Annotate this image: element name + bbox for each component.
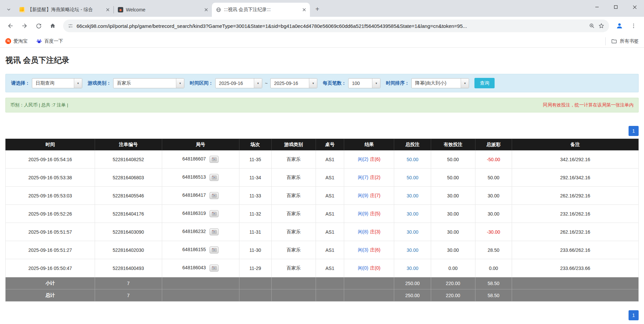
cell-bet-id: 522816406803: [95, 169, 162, 187]
cell-total-bet[interactable]: 30.00: [394, 187, 431, 205]
cell-total-bet[interactable]: 30.00: [394, 223, 431, 241]
subtotal-payout: 58.50: [475, 277, 512, 289]
bookmark-baidu[interactable]: 百度一下: [36, 38, 63, 44]
chevron-down-icon[interactable]: ▾: [254, 79, 262, 88]
empty-cell: [316, 277, 344, 289]
round-number: 648186043: [182, 265, 206, 270]
home-icon[interactable]: [46, 19, 59, 32]
result-player: 闲(2): [358, 156, 368, 162]
url-bar[interactable]: 66cxkj98.com/ipl/portal.php/game/betreco…: [63, 19, 609, 32]
cell-valid-bet: 30.00: [431, 241, 475, 259]
cell-remark: 233.66/233.66: [512, 259, 638, 277]
cell-total-bet[interactable]: 30.00: [394, 205, 431, 223]
bookmark-star-icon[interactable]: [598, 23, 604, 29]
tab-close-icon[interactable]: [203, 7, 209, 13]
chevron-down-icon[interactable]: [4, 5, 13, 14]
subtotal-total-bet: 250.00: [394, 277, 431, 289]
chevron-down-icon[interactable]: ▾: [74, 79, 82, 88]
cell-total-bet[interactable]: 30.00: [394, 259, 431, 277]
tab-strip: 【新提醒】海燕策略论坛 - 综合 Welcome :::视讯 会员下注纪录:::…: [0, 0, 644, 17]
sort-order-select[interactable]: 降幂(由大到小) ▾: [411, 78, 469, 88]
browser-toolbar: 66cxkj98.com/ipl/portal.php/game/betreco…: [0, 17, 644, 35]
maximize-button[interactable]: [606, 0, 625, 14]
zoom-icon[interactable]: [589, 23, 595, 29]
roadmap-icon[interactable]: [210, 174, 219, 181]
url-text[interactable]: 66cxkj98.com/ipl/portal.php/game/betreco…: [77, 23, 586, 29]
cell-total-bet[interactable]: 50.00: [394, 169, 431, 187]
menu-icon[interactable]: [627, 19, 640, 32]
tab-welcome[interactable]: Welcome: [114, 3, 212, 17]
roadmap-icon[interactable]: [210, 265, 219, 272]
empty-cell: [512, 277, 638, 289]
tab-title: :::视讯 会员下注纪录:::: [224, 7, 298, 13]
header-result: 结果: [344, 139, 394, 150]
roadmap-icon[interactable]: [210, 210, 219, 217]
cell-session: 11-35: [239, 150, 271, 169]
game-type-select[interactable]: 百家乐 ▾: [113, 78, 184, 88]
cell-total-bet[interactable]: 30.00: [394, 241, 431, 259]
baidu-paw-icon: [36, 38, 42, 44]
empty-cell: [512, 289, 638, 302]
globe-icon: [216, 7, 221, 12]
roadmap-icon[interactable]: [210, 156, 219, 163]
query-button[interactable]: 查询: [474, 78, 495, 88]
tab-betrecord[interactable]: :::视讯 会员下注纪录:::: [212, 3, 310, 17]
new-tab-button[interactable]: +: [313, 4, 322, 14]
chevron-down-icon[interactable]: ▾: [372, 79, 380, 88]
minimize-button[interactable]: [588, 0, 606, 14]
cell-valid-bet: 50.00: [431, 169, 475, 187]
date-to-select[interactable]: 2025-09-16 ▾: [270, 78, 317, 88]
cell-payout: -50.00: [475, 150, 512, 169]
chevron-down-icon[interactable]: ▾: [309, 79, 317, 88]
table-row: 2025-09-16 05:53:38 522816406803 6481865…: [6, 169, 639, 187]
cell-game-type: 百家乐: [271, 241, 316, 259]
result-banker: 庄(7): [370, 193, 380, 198]
cell-total-bet[interactable]: 50.00: [394, 150, 431, 169]
table-row: 2025-09-16 05:54:16 522816408252 6481866…: [6, 150, 639, 169]
profile-icon[interactable]: [613, 19, 626, 32]
table-row: 2025-09-16 05:51:27 522816402030 6481861…: [6, 241, 639, 259]
cell-game-type: 百家乐: [271, 150, 316, 169]
close-window-button[interactable]: [625, 0, 644, 14]
bookmark-taobao[interactable]: 淘 爱淘宝: [5, 38, 28, 44]
tab-close-icon[interactable]: [105, 7, 111, 13]
refresh-icon[interactable]: [32, 19, 45, 32]
date-from-select[interactable]: 2025-09-16 ▾: [215, 78, 262, 88]
back-icon[interactable]: [4, 19, 17, 32]
empty-cell: [271, 277, 316, 289]
tab-forum[interactable]: 【新提醒】海燕策略论坛 - 综合: [15, 3, 113, 17]
window-controls: [588, 0, 644, 14]
cell-result: 闲(2)庄(6): [344, 150, 394, 169]
cell-remark: 262.16/232.16: [512, 223, 638, 241]
cell-game-type: 百家乐: [271, 259, 316, 277]
result-banker: 庄(5): [370, 211, 380, 216]
cell-time: 2025-09-16 05:50:47: [6, 259, 95, 277]
cell-bet-id: 522816405546: [95, 187, 162, 205]
chevron-down-icon[interactable]: ▾: [176, 79, 184, 88]
cell-result: 闲(9)庄(5): [344, 205, 394, 223]
pagination-page-button[interactable]: 1: [629, 126, 639, 136]
empty-cell: [239, 277, 271, 289]
cell-remark: 342.16/292.16: [512, 150, 638, 169]
bet-table-body: 2025-09-16 05:54:16 522816408252 6481866…: [6, 150, 639, 277]
page-size-select[interactable]: 100 ▾: [348, 78, 380, 88]
empty-cell: [316, 289, 344, 302]
cell-payout: -30.00: [475, 223, 512, 241]
table-header-row: 时间 注单编号 局号 场次 游戏类别 桌号 结果 总投注 有效投注 总派彩 备注: [6, 139, 639, 150]
forward-icon[interactable]: [18, 19, 31, 32]
roadmap-icon[interactable]: [210, 246, 219, 253]
query-mode-select[interactable]: 日期查询 ▾: [32, 78, 82, 88]
site-settings-icon[interactable]: [68, 23, 73, 29]
header-session: 场次: [239, 139, 271, 150]
cell-valid-bet: 0.00: [431, 259, 475, 277]
all-bookmarks-button[interactable]: 所有书签: [605, 37, 639, 45]
tab-close-icon[interactable]: [301, 7, 307, 13]
roadmap-icon[interactable]: [210, 192, 219, 199]
bet-record-table: 时间 注单编号 局号 场次 游戏类别 桌号 结果 总投注 有效投注 总派彩 备注…: [5, 139, 639, 302]
header-total-bet: 总投注: [394, 139, 431, 150]
cell-round: 648186319: [162, 205, 239, 223]
chevron-down-icon[interactable]: ▾: [461, 79, 469, 88]
roadmap-icon[interactable]: [210, 228, 219, 235]
header-bet-id: 注单编号: [95, 139, 162, 150]
pagination-page-button[interactable]: 1: [629, 310, 639, 320]
